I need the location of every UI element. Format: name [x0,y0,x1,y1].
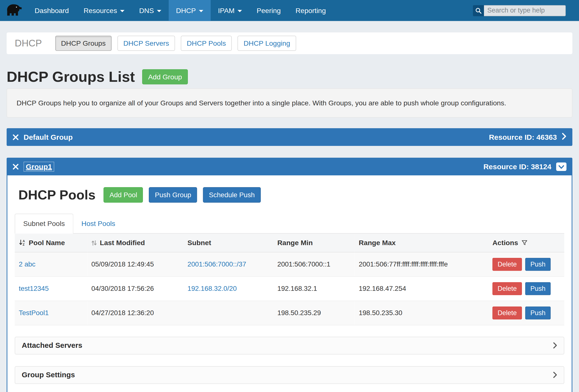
chevron-right-icon [553,342,557,349]
group-header-group1[interactable]: Group1 Resource ID: 38124 [7,158,572,175]
accordion-label: Attached Servers [22,341,82,350]
actions-cell: DeletePush [488,277,564,301]
last-modified-cell: 04/30/2018 17:56:26 [87,277,184,301]
tab-dhcp-logging[interactable]: DHCP Logging [238,36,296,51]
nav-label: Dashboard [35,6,69,14]
chevron-right-icon [562,132,567,142]
chevron-right-icon [553,371,557,379]
range-max-cell: 192.168.47.254 [355,277,489,301]
range-min-cell: 192.168.32.1 [273,277,355,301]
nav-item-reporting[interactable]: Reporting [288,0,333,21]
group1-section: Group1 Resource ID: 38124 DHCP Pools Add… [7,158,572,392]
chevron-down-icon [157,10,161,12]
chevron-down-icon [120,10,125,12]
push-group-button[interactable]: Push Group [149,187,197,202]
delete-button[interactable]: Delete [493,307,522,319]
col-header-label: Last Modified [100,239,145,247]
col-header-label: Actions [493,239,518,247]
col-header-label: Range Min [278,239,313,247]
page-title: DHCP Groups List [7,69,135,85]
tab-dhcp-servers[interactable]: DHCP Servers [117,36,175,51]
nav-item-dns[interactable]: DNS [132,0,169,21]
nav-item-dashboard[interactable]: Dashboard [27,0,76,21]
col-header-range-max: Range Max [355,234,489,252]
chevron-down-icon [237,10,242,12]
filter-icon[interactable] [521,240,527,246]
nav-label: Peering [257,6,281,14]
push-button[interactable]: Push [525,282,551,295]
last-modified-cell: 05/09/2018 12:49:45 [87,252,184,277]
tab-subnet-pools[interactable]: Subnet Pools [15,214,73,234]
nav-label: Reporting [295,6,326,14]
delete-button[interactable]: Delete [493,258,522,271]
pool-type-tabs: Subnet Pools Host Pools [15,214,564,234]
tab-dhcp-pools[interactable]: DHCP Pools [181,36,232,51]
table-row: test12345 04/30/2018 17:56:26 192.168.32… [15,277,564,301]
dhcp-pools-header: DHCP Pools Add Pool Push Group Schedule … [18,187,564,203]
table-row: 2 abc 05/09/2018 12:49:45 2001:506:7000:… [15,252,564,277]
nav-item-resources[interactable]: Resources [76,0,132,21]
last-modified-cell: 04/27/2018 12:36:20 [87,301,184,325]
collapse-toggle[interactable] [556,162,567,171]
actions-cell: DeletePush [488,252,564,277]
group-header-right: Resource ID: 46363 [489,132,567,142]
accordion-label: Group Settings [22,371,75,379]
col-header-subnet: Subnet [183,234,273,252]
nav-item-ipam[interactable]: IPAM [211,0,249,21]
description-text: DHCP Groups help you to organize all of … [17,99,506,107]
sort-alpha-icon: A Z [19,239,26,246]
nav-item-dhcp[interactable]: DHCP [169,0,211,21]
provision-logo[interactable] [0,0,27,21]
range-min-cell: 2001:506:7000::1 [273,252,355,277]
group-header-default-group[interactable]: Default Group Resource ID: 46363 [7,128,572,146]
dhcp-pools-title: DHCP Pools [18,187,95,203]
navbar-search-area [473,0,579,21]
elephant-icon [5,3,22,18]
page-header: DHCP Groups List Add Group [7,69,572,85]
search-icon[interactable] [473,5,484,16]
schedule-push-button[interactable]: Schedule Push [203,187,261,202]
group-name-link[interactable]: Group1 [24,162,54,172]
subnet-link[interactable]: 192.168.32.0/20 [188,284,237,292]
top-navbar: Dashboard Resources DNS DHCP IPAM Peerin… [0,0,579,21]
push-button[interactable]: Push [525,258,551,271]
range-max-cell: 2001:506:77ff:ffff:ffff:ffff:ffff:fffe [355,252,489,277]
col-header-label: Pool Name [29,239,65,247]
table-header-row: A Z Pool Name Last Modif [15,234,564,252]
subnet-pools-table: A Z Pool Name Last Modif [15,234,564,325]
col-header-last-modified[interactable]: Last Modified [87,234,184,252]
tab-host-pools[interactable]: Host Pools [73,214,124,233]
main-nav: Dashboard Resources DNS DHCP IPAM Peerin… [27,0,333,21]
range-min-cell: 198.50.235.29 [273,301,355,325]
nav-item-peering[interactable]: Peering [249,0,288,21]
add-pool-button[interactable]: Add Pool [104,187,143,202]
pool-name-link[interactable]: TestPool1 [19,309,49,316]
attached-servers-accordion[interactable]: Attached Servers [15,337,564,354]
col-header-label: Range Max [359,239,396,247]
close-icon[interactable] [12,163,19,170]
dhcp-section-card: DHCP DHCP Groups DHCP Servers DHCP Pools… [7,32,572,54]
section-label: DHCP [15,38,42,49]
group-name: Default Group [24,133,73,142]
col-header-pool-name[interactable]: A Z Pool Name [15,234,87,252]
group1-panel: DHCP Pools Add Pool Push Group Schedule … [7,175,572,392]
add-group-button[interactable]: Add Group [142,69,188,84]
pool-name-link[interactable]: test12345 [19,284,49,292]
range-max-cell: 198.50.235.30 [355,301,489,325]
group-header-right: Resource ID: 38124 [484,162,567,171]
svg-text:A: A [23,239,25,243]
group-settings-accordion[interactable]: Group Settings [15,366,564,384]
close-icon[interactable] [12,134,19,140]
col-header-label: Subnet [188,239,212,247]
pool-name-link[interactable]: 2 abc [19,260,36,268]
tab-dhcp-groups[interactable]: DHCP Groups [55,36,112,51]
nav-label: DNS [139,6,154,14]
search-input[interactable] [484,5,566,16]
delete-button[interactable]: Delete [493,282,522,295]
actions-cell: DeletePush [488,301,564,325]
subnet-link[interactable]: 2001:506:7000::/37 [188,260,246,268]
chevron-down-icon [558,162,564,171]
col-header-actions: Actions [488,234,564,252]
sort-icon [91,240,97,246]
push-button[interactable]: Push [525,307,551,319]
